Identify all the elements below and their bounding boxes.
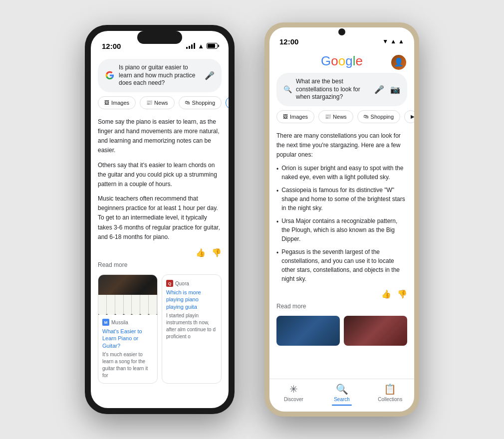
android-news-label: News bbox=[333, 114, 347, 120]
chip-video[interactable]: ▶ Vide bbox=[226, 96, 229, 109]
chip-shopping-label: Shopping bbox=[192, 100, 216, 106]
android-chip-images[interactable]: 🖼 Images bbox=[276, 110, 314, 123]
chip-shopping[interactable]: 🛍 Shopping bbox=[179, 96, 222, 109]
card-quora-title: Which is more playing piano playing guit… bbox=[166, 289, 217, 310]
bullet-dot-1: • bbox=[276, 165, 278, 182]
iphone-feedback-row: 👍 👎 bbox=[98, 248, 222, 257]
quora-source-icon: Q bbox=[166, 280, 173, 287]
discover-label: Discover bbox=[284, 397, 303, 402]
android-thumbs-up-icon[interactable]: 👍 bbox=[381, 289, 391, 299]
collections-label: Collections bbox=[378, 397, 402, 402]
bullet-dot-4: • bbox=[276, 248, 278, 283]
android-mic-icon[interactable]: 🎤 bbox=[374, 85, 384, 94]
google-g-icon bbox=[105, 70, 115, 80]
phone-iphone: 12:00 ▲ bbox=[85, 25, 235, 414]
signal-bar-3 bbox=[191, 44, 193, 49]
dynamic-island bbox=[137, 31, 182, 44]
card-quora[interactable]: Q Quora Which is more playing piano play… bbox=[162, 274, 222, 384]
android-content-area: There are many constellations you can lo… bbox=[269, 127, 414, 379]
android-signal-icon: ▲ bbox=[390, 38, 396, 45]
search-nav-underline bbox=[332, 405, 352, 406]
android-thumb-2 bbox=[344, 316, 407, 346]
iphone-result-cards: M Mussila What's Easier to Learn Piano o… bbox=[98, 274, 222, 384]
iphone-search-text: Is piano or guitar easier to learn and h… bbox=[119, 64, 201, 87]
user-avatar[interactable]: 👤 bbox=[391, 55, 406, 70]
android-chip-shopping[interactable]: 🛍 Shopping bbox=[357, 110, 401, 123]
android-bullet-1: • Orion is super bright and easy to spot… bbox=[276, 164, 407, 182]
bullet-text-4: Pegasus is the seventh largest of the co… bbox=[281, 247, 407, 283]
android-search-text: What are the best constellations to look… bbox=[296, 78, 370, 101]
nav-discover[interactable]: ✳ Discover bbox=[269, 383, 318, 406]
android-chip-video[interactable]: ▶ Vide bbox=[404, 110, 414, 123]
android-bullet-4: • Pegasus is the seventh largest of the … bbox=[276, 247, 407, 283]
android-search-bar[interactable]: 🔍 What are the best constellations to lo… bbox=[276, 73, 407, 106]
search-nav-icon: 🔍 bbox=[336, 383, 348, 395]
punch-hole bbox=[338, 28, 345, 35]
iphone-time: 12:00 bbox=[102, 42, 121, 50]
chip-images-label: Images bbox=[111, 100, 129, 106]
nav-collections[interactable]: 📋 Collections bbox=[366, 383, 414, 406]
logo-g: G bbox=[321, 53, 331, 69]
android-battery-icon: ▼ bbox=[382, 38, 388, 45]
android-camera-icon[interactable]: 📷 bbox=[390, 85, 400, 94]
android-shopping-label: Shopping bbox=[371, 114, 394, 120]
mussila-source-name: Mussila bbox=[111, 320, 128, 325]
signal-bars-icon bbox=[186, 43, 195, 49]
android-bottom-nav: ✳ Discover 🔍 Search 📋 Collections bbox=[269, 379, 414, 412]
battery-icon bbox=[207, 43, 218, 49]
thumbs-up-icon[interactable]: 👍 bbox=[196, 248, 206, 257]
android-feedback-row: 👍 👎 bbox=[276, 289, 407, 299]
card-mussila[interactable]: M Mussila What's Easier to Learn Piano o… bbox=[98, 274, 158, 384]
logo-o2: o bbox=[338, 53, 345, 69]
signal-bar-1 bbox=[186, 47, 188, 49]
quora-source-name: Quora bbox=[175, 281, 189, 286]
nav-search[interactable]: 🔍 Search bbox=[318, 383, 366, 406]
card-mussila-content: M Mussila What's Easier to Learn Piano o… bbox=[98, 315, 157, 383]
bullet-text-2: Cassiopeia is famous for its distinctive… bbox=[281, 186, 407, 213]
card-quora-desc: I started playin instruments th now, aft… bbox=[166, 312, 217, 340]
android-read-more[interactable]: Read more bbox=[276, 303, 407, 310]
android-chip-news[interactable]: 📰 News bbox=[318, 110, 353, 123]
card-mussila-image bbox=[98, 275, 157, 315]
android-news-icon: 📰 bbox=[325, 114, 331, 119]
discover-icon: ✳ bbox=[289, 383, 298, 395]
chip-news-label: News bbox=[154, 100, 168, 106]
signal-bar-2 bbox=[189, 46, 190, 49]
chip-images[interactable]: 🖼 Images bbox=[98, 96, 136, 109]
chip-news[interactable]: 📰 News bbox=[140, 96, 175, 109]
android-intro: There are many constellations you can lo… bbox=[276, 131, 407, 160]
card-mussila-source: M Mussila bbox=[102, 319, 153, 326]
iphone-para-3: Music teachers often recommend that begi… bbox=[98, 194, 222, 242]
google-header: G o o g l e 👤 bbox=[269, 51, 414, 73]
iphone-search-bar[interactable]: Is piano or guitar easier to learn and h… bbox=[98, 59, 222, 92]
iphone-filter-chips: 🖼 Images 📰 News 🛍 Shopping ▶ Vide bbox=[91, 96, 229, 113]
android-thumbs-down-icon[interactable]: 👎 bbox=[397, 289, 407, 299]
bullet-text-3: Ursa Major contains a recognizable patte… bbox=[281, 217, 407, 243]
collections-icon: 📋 bbox=[384, 383, 396, 395]
android-thumb-row bbox=[276, 316, 407, 346]
phone-android: 12:00 ▼ ▲ ▲ G o o g l e 👤 bbox=[264, 22, 419, 417]
bullet-dot-3: • bbox=[276, 218, 278, 243]
android-bullet-3: • Ursa Major contains a recognizable pat… bbox=[276, 217, 407, 243]
scene: 12:00 ▲ bbox=[0, 0, 504, 439]
google-logo: G o o g l e bbox=[321, 53, 363, 69]
android-search-icon: 🔍 bbox=[283, 85, 292, 93]
iphone-read-more[interactable]: Read more bbox=[98, 261, 222, 268]
wifi-icon: ▲ bbox=[198, 42, 204, 50]
signal-bar-4 bbox=[194, 43, 195, 49]
battery-fill bbox=[208, 44, 215, 48]
card-mussila-title: What's Easier to Learn Piano or Guitar? bbox=[102, 328, 153, 349]
iphone-para-2: Others say that it's easier to learn cho… bbox=[98, 161, 222, 190]
iphone-para-1: Some say the piano is easier to learn, a… bbox=[98, 117, 222, 156]
android-thumb-1 bbox=[276, 316, 340, 346]
card-mussila-desc: It's much easier to learn a song for the… bbox=[102, 351, 153, 379]
card-quora-content: Q Quora Which is more playing piano play… bbox=[162, 275, 221, 344]
piano-keys bbox=[98, 295, 157, 315]
iphone-status-icons: ▲ bbox=[186, 42, 218, 50]
card-quora-source: Q Quora bbox=[166, 280, 217, 287]
thumbs-down-icon[interactable]: 👎 bbox=[212, 248, 222, 257]
bullet-text-1: Orion is super bright and easy to spot w… bbox=[281, 164, 407, 182]
logo-e: e bbox=[355, 53, 362, 69]
iphone-mic-icon[interactable]: 🎤 bbox=[205, 71, 215, 80]
avatar-image: 👤 bbox=[394, 57, 404, 67]
